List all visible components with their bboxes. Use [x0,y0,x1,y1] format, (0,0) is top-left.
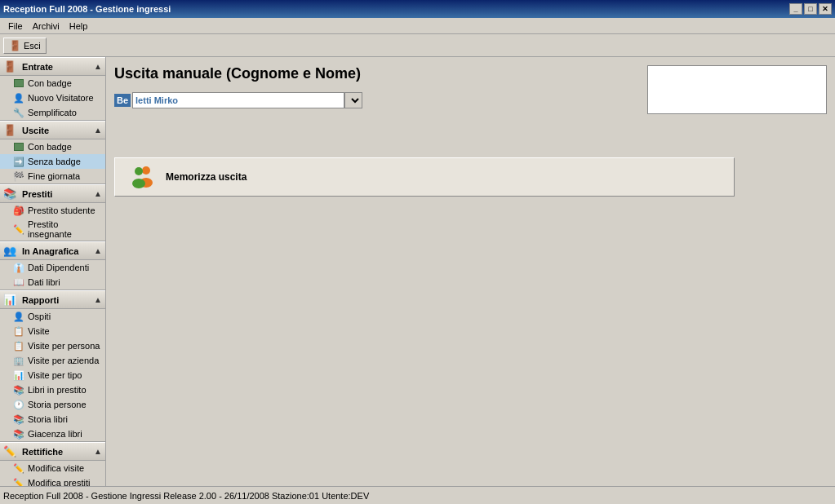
sidebar-item-con-badge-entrate[interactable]: Con badge [0,76,105,91]
badge-out-icon [13,141,24,153]
rettifiche-collapse-icon: ▲ [94,447,102,456]
top-right-box [647,65,827,114]
sidebar-item-storia-persone[interactable]: 🕐 Storia persone [0,397,105,412]
sidebar-section-header-rettifiche[interactable]: ✏️ Rettifiche ▲ [0,442,105,461]
employee-icon: 👔 [13,262,24,273]
prestiti-section-icon: 📚 [3,188,16,200]
rapporti-collapse-icon: ▲ [94,295,102,304]
door-icon: 🚪 [9,40,21,51]
menu-bar: File Archivi Help [0,18,835,34]
rapporti-section-icon: 📊 [3,294,16,306]
main-layout: 🚪 Entrate ▲ Con badge 👤 Nuovo Visitatore [0,57,835,486]
student-icon: 🎒 [13,205,24,216]
entrate-label: Entrate [22,62,53,72]
sidebar-item-prestito-insegnante[interactable]: ✏️ Prestito insegnante [0,218,105,241]
books-icon: 📖 [13,276,24,288]
sidebar-item-modifica-visite[interactable]: ✏️ Modifica visite [0,461,105,475]
exit-button[interactable]: 🚪 Esci [3,38,47,54]
svg-point-3 [132,179,145,188]
content-area: Uscita manuale (Cognome e Nome) Be Memor… [106,57,835,486]
sidebar-item-prestito-studente[interactable]: 🎒 Prestito studente [0,203,105,218]
close-button[interactable]: ✕ [819,3,832,15]
menu-archivi[interactable]: Archivi [28,20,64,33]
anagrafica-collapse-icon: ▲ [94,246,102,255]
sidebar-item-dati-libri[interactable]: 📖 Dati libri [0,275,105,290]
rettifiche-label: Rettifiche [22,447,63,457]
sidebar-section-entrate: 🚪 Entrate ▲ Con badge 👤 Nuovo Visitatore [0,57,105,121]
search-dropdown[interactable] [344,92,362,108]
menu-file[interactable]: File [3,20,28,33]
prestiti-collapse-icon: ▲ [94,189,102,198]
uscite-label: Uscite [22,126,49,135]
visits-person-icon: 📋 [13,340,24,351]
sidebar-item-nuovo-visitatore[interactable]: 👤 Nuovo Visitatore [0,91,105,105]
sidebar-item-ospiti[interactable]: 👤 Ospiti [0,309,105,324]
rettifiche-section-icon: ✏️ [3,445,16,458]
visits-icon: 📋 [13,325,24,337]
rapporti-label: Rapporti [22,295,59,305]
people-icon [128,165,158,189]
sidebar-section-header-uscite[interactable]: 🚪 Uscite ▲ [0,121,105,139]
minimize-button[interactable]: _ [789,3,802,15]
sidebar-item-semplificato[interactable]: 🔧 Semplificato [0,105,105,120]
anagrafica-items: 👔 Dati Dipendenti 📖 Dati libri [0,260,105,290]
sidebar-item-storia-libri[interactable]: 📚 Storia libri [0,412,105,427]
sidebar-section-rapporti: 📊 Rapporti ▲ 👤 Ospiti 📋 Visite 📋 Visite … [0,290,105,442]
visitor-icon: 👤 [13,92,24,104]
memorizza-uscita-button[interactable]: Memorizza uscita [114,157,735,197]
sidebar-item-giacenza-libri[interactable]: 📚 Giacenza libri [0,427,105,441]
sidebar-section-header-anagrafica[interactable]: 👥 In Anagrafica ▲ [0,241,105,260]
prestiti-items: 🎒 Prestito studente ✏️ Prestito insegnan… [0,203,105,241]
history-books-icon: 📚 [13,413,24,425]
title-bar-text: Reception Full 2008 - Gestione ingressi [3,4,171,14]
anagrafica-section-icon: 👥 [3,245,16,257]
svg-point-0 [142,166,150,175]
sidebar-item-fine-giornata[interactable]: 🏁 Fine giornata [0,169,105,183]
edit-loans-icon: ✏️ [13,477,24,486]
uscite-items: Con badge ➡️ Senza badge 🏁 Fine giornata [0,139,105,183]
edit-visits-icon: ✏️ [13,462,24,474]
sidebar-item-con-badge-uscite[interactable]: Con badge [0,139,105,154]
uscite-section-icon: 🚪 [3,124,16,136]
sidebar-item-visite-per-tipo[interactable]: 📊 Visite per tipo [0,368,105,382]
badge-icon [13,77,24,89]
search-input[interactable] [132,92,344,108]
status-text: Reception Full 2008 - Gestione Ingressi … [3,491,369,501]
stock-books-icon: 📚 [13,428,24,440]
anagrafica-label: In Anagrafica [22,246,78,256]
sidebar-item-modifica-prestiti[interactable]: ✏️ Modifica prestiti [0,475,105,486]
exit-label: Esci [24,41,41,51]
uscite-collapse-icon: ▲ [94,126,102,135]
sidebar-item-visite[interactable]: 📋 Visite [0,324,105,338]
simple-icon: 🔧 [13,107,24,118]
books-loan-icon: 📚 [13,384,24,396]
sidebar-section-anagrafica: 👥 In Anagrafica ▲ 👔 Dati Dipendenti 📖 Da… [0,241,105,290]
sidebar-item-libri-in-prestito[interactable]: 📚 Libri in prestito [0,382,105,397]
svg-point-2 [135,167,143,175]
menu-help[interactable]: Help [64,20,93,33]
sidebar-section-header-prestiti[interactable]: 📚 Prestiti ▲ [0,184,105,203]
sidebar-section-header-entrate[interactable]: 🚪 Entrate ▲ [0,57,105,76]
entrate-items: Con badge 👤 Nuovo Visitatore 🔧 Semplific… [0,76,105,120]
status-bar: Reception Full 2008 - Gestione Ingressi … [0,486,835,504]
maximize-button[interactable]: □ [804,3,817,15]
sidebar-section-rettifiche: ✏️ Rettifiche ▲ ✏️ Modifica visite ✏️ Mo… [0,442,105,486]
sidebar-section-header-rapporti[interactable]: 📊 Rapporti ▲ [0,290,105,309]
rettifiche-items: ✏️ Modifica visite ✏️ Modifica prestiti [0,461,105,486]
toolbar: 🚪 Esci [0,34,835,57]
end-day-icon: 🏁 [13,170,24,182]
rapporti-items: 👤 Ospiti 📋 Visite 📋 Visite per persona 🏢… [0,309,105,441]
prestiti-label: Prestiti [22,189,52,199]
sidebar-section-prestiti: 📚 Prestiti ▲ 🎒 Prestito studente ✏️ Pres… [0,184,105,241]
sidebar-item-senza-badge[interactable]: ➡️ Senza badge [0,154,105,169]
sidebar-item-visite-per-azienda[interactable]: 🏢 Visite per azienda [0,353,105,368]
title-bar-buttons: _ □ ✕ [789,3,832,15]
history-person-icon: 🕐 [13,399,24,410]
search-prefix-label: Be [114,94,131,107]
sidebar-item-dati-dipendenti[interactable]: 👔 Dati Dipendenti [0,260,105,275]
entrate-collapse-icon: ▲ [94,62,102,71]
sidebar-item-visite-per-persona[interactable]: 📋 Visite per persona [0,338,105,353]
entrate-section-icon: 🚪 [3,60,16,73]
teacher-icon: ✏️ [13,223,24,235]
memorizza-label: Memorizza uscita [166,171,247,183]
